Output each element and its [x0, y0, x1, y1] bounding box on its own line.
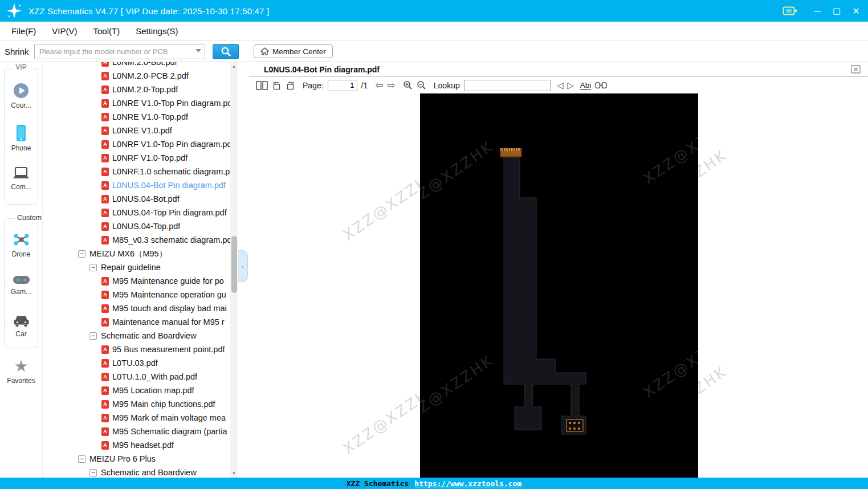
- binoculars-icon[interactable]: [595, 79, 607, 92]
- next-page-icon[interactable]: ⇨: [388, 80, 396, 91]
- chevron-down-icon[interactable]: [195, 49, 201, 52]
- tree-node[interactable]: −Repair guideline: [43, 260, 239, 274]
- tree-node[interactable]: −Schematic and Boardview: [43, 466, 239, 478]
- pdf-page: XZZ@XZZHK XZZ@XZZHK XZZ@XZZHK XZZ@XZZHK: [420, 93, 698, 478]
- tree-item-label: M95 Maintenance operation gu: [112, 290, 226, 299]
- tree-item-pdf[interactable]: AL0NM.2.0-Bot.pdf: [43, 62, 239, 69]
- tree-item-pdf[interactable]: AL0NRF V1.0-Top Pin diagram.pdf: [43, 137, 239, 151]
- collapse-minus-icon[interactable]: −: [89, 332, 97, 340]
- search-button[interactable]: [213, 44, 239, 59]
- pdf-icon: A: [101, 62, 109, 67]
- sidebar-item-computer[interactable]: Com...: [5, 166, 38, 191]
- tree-scrollbar[interactable]: ▲ ▼: [230, 62, 238, 478]
- scroll-up-icon[interactable]: ▲: [230, 64, 238, 69]
- sidebar-item-phone[interactable]: Phone: [5, 124, 38, 152]
- menu-settings[interactable]: Settings(S): [133, 25, 180, 37]
- tree-item-pdf[interactable]: AL0NUS.04-Bot.pdf: [43, 192, 239, 206]
- tree-item-pdf[interactable]: AM95 Schematic diagram (partia: [43, 425, 239, 438]
- rotate-right-icon[interactable]: [286, 79, 295, 92]
- tree-item-label: L0NRF V1.0-Top Pin diagram.pdf: [112, 140, 234, 149]
- zoom-in-icon[interactable]: [403, 79, 413, 92]
- collapse-minus-icon[interactable]: −: [89, 264, 97, 271]
- tree-item-pdf[interactable]: AL0NM.2.0-Top.pdf: [43, 83, 239, 96]
- pdf-icon: A: [101, 304, 109, 313]
- find-previous-icon[interactable]: ◁: [557, 80, 564, 91]
- tree-item-label: M95 touch and display bad mai: [112, 304, 227, 313]
- tree-item-pdf[interactable]: AL0NRE V1.0-Top.pdf: [43, 110, 239, 124]
- sidebar-item-label: Cour...: [11, 101, 31, 109]
- sidebar-item-drone[interactable]: Drone: [5, 231, 38, 258]
- scroll-down-icon[interactable]: ▼: [230, 471, 238, 476]
- tree-item-label: 95 Bus measurement point.pdf: [112, 345, 225, 354]
- collapse-panel-handle[interactable]: ‹: [238, 250, 248, 282]
- tree-item-pdf[interactable]: AM95 Maintenance operation gu: [43, 288, 239, 301]
- document-tab[interactable]: L0NUS.04-Bot Pin diagram.pdf: [256, 62, 388, 76]
- tree-item-pdf[interactable]: AL0NUS.04-Top Pin diagram.pdf: [43, 206, 239, 219]
- prev-page-icon[interactable]: ⇦: [375, 80, 383, 91]
- two-page-view-icon[interactable]: [256, 79, 268, 92]
- maximize-button[interactable]: ▢: [827, 0, 846, 22]
- tree-item-pdf[interactable]: AM95 headset.pdf: [43, 438, 239, 452]
- collapse-minus-icon[interactable]: −: [78, 455, 85, 463]
- tree-item-pdf[interactable]: AL0NRF V1.0-Top.pdf: [43, 151, 239, 165]
- sidebar-item-favorites[interactable]: ★ Favorites: [0, 358, 42, 385]
- member-center-button[interactable]: Member Center: [254, 44, 333, 58]
- sidebar-item-course[interactable]: Cour...: [5, 82, 38, 109]
- minimize-button[interactable]: ─: [808, 0, 827, 22]
- tree-item-pdf[interactable]: AL0TU.1.0_With pad.pdf: [43, 370, 239, 384]
- panel-gutter: ‹: [239, 62, 249, 478]
- pdf-icon: A: [101, 168, 109, 176]
- tree-item-pdf[interactable]: AM95 Maintenance guide for po: [43, 274, 239, 288]
- close-button[interactable]: ✕: [846, 0, 866, 22]
- tree-item-pdf[interactable]: AMaintenance manual for M95 r: [43, 315, 239, 329]
- tree-item-pdf[interactable]: AL0NM.2.0-PCB 2.pdf: [43, 69, 239, 83]
- search-input[interactable]: [34, 44, 205, 59]
- tree-node[interactable]: −MEIZU Pro 6 Plus: [43, 452, 239, 466]
- pdf-icon: A: [101, 345, 109, 354]
- shrink-button[interactable]: Shrink: [5, 47, 34, 56]
- tree-item-pdf[interactable]: AM95 Mark of main voltage mea: [43, 411, 239, 425]
- tree-node[interactable]: −Schematic and Boardview: [43, 329, 239, 343]
- titlebar: XZZ Schematics V4.77 [ VIP Due date: 202…: [0, 0, 868, 22]
- tree-item-label: M95 Main chip functions.pdf: [112, 400, 215, 409]
- rotate-left-icon[interactable]: [272, 79, 282, 92]
- menu-tool[interactable]: Tool(T): [91, 25, 123, 37]
- tree-item-pdf[interactable]: AM95 touch and display bad mai: [43, 301, 239, 315]
- tree-item-pdf[interactable]: AL0NRE V1.0-Top Pin diagram.pdf: [43, 96, 239, 110]
- car-icon: [13, 313, 30, 328]
- pdf-icon: A: [101, 373, 109, 381]
- match-case-toggle[interactable]: Abi: [580, 81, 592, 90]
- tree-node[interactable]: −MEIZU MX6（M95）: [43, 247, 239, 260]
- lookup-input[interactable]: [464, 80, 551, 91]
- sidebar-item-label: Drone: [12, 250, 31, 258]
- tree-item-pdf[interactable]: AM85_v0.3 schematic diagram.pdf: [43, 233, 239, 247]
- menu-vip[interactable]: VIP(V): [50, 25, 79, 37]
- tree-item-pdf[interactable]: AM95 Main chip functions.pdf: [43, 397, 239, 411]
- drone-icon: [12, 231, 31, 248]
- tree-item-label: M85_v0.3 schematic diagram.pdf: [112, 235, 234, 244]
- zoom-out-icon[interactable]: [417, 79, 426, 92]
- find-next-icon[interactable]: ▷: [567, 80, 574, 91]
- home-icon: [260, 47, 269, 55]
- page-number-input[interactable]: [328, 80, 357, 91]
- pdf-icon: A: [101, 195, 109, 203]
- tree-item-pdf[interactable]: AL0NRE V1.0.pdf: [43, 124, 239, 137]
- pdf-icon: A: [101, 127, 109, 135]
- chevron-left-icon: ‹: [242, 262, 244, 271]
- menu-file[interactable]: File(F): [9, 25, 38, 37]
- sidebar-item-car[interactable]: Car: [5, 313, 38, 338]
- tree-item-pdf[interactable]: AL0TU.03.pdf: [43, 356, 239, 370]
- tree-item-pdf[interactable]: A95 Bus measurement point.pdf: [43, 343, 239, 356]
- pdf-icon: A: [101, 154, 109, 162]
- vip-group-label: VIP: [13, 63, 28, 71]
- collapse-minus-icon[interactable]: −: [78, 250, 85, 258]
- sidebar-item-game[interactable]: Gam...: [5, 274, 38, 296]
- tree-item-pdf[interactable]: AM95 Location map.pdf: [43, 384, 239, 397]
- tree-item-pdf[interactable]: AL0NUS.04-Top.pdf: [43, 219, 239, 233]
- tree-item-pdf[interactable]: AL0NUS.04-Bot Pin diagram.pdf: [43, 178, 239, 192]
- scrollbar-thumb[interactable]: [231, 236, 237, 293]
- close-tab-icon[interactable]: [851, 65, 861, 74]
- tree-item-label: L0NUS.04-Top Pin diagram.pdf: [112, 208, 227, 217]
- collapse-minus-icon[interactable]: −: [89, 469, 97, 476]
- tree-item-pdf[interactable]: AL0NRF.1.0 schematic diagram.pdf: [43, 165, 239, 178]
